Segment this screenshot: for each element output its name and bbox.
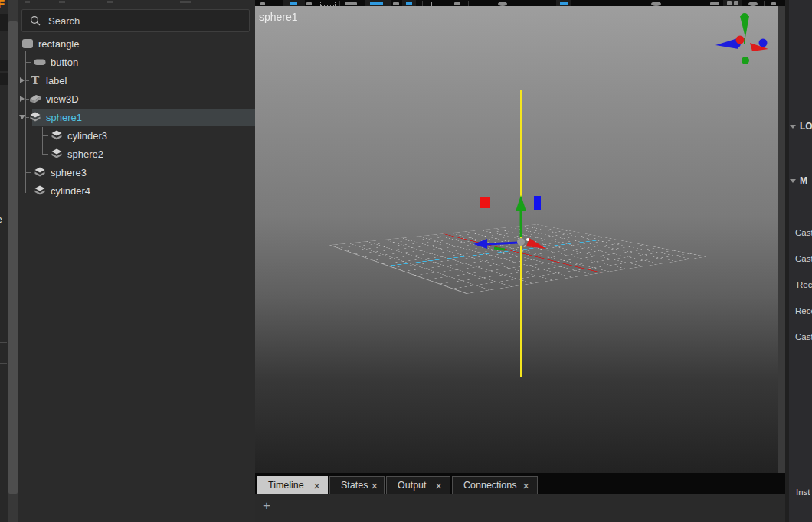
chevron-right-icon[interactable] xyxy=(20,77,25,83)
section-label: M xyxy=(800,175,807,186)
tree-item-label: button xyxy=(51,57,78,68)
toolbar-icon-fragment[interactable] xyxy=(406,2,412,5)
tree-item-label: cylinder3 xyxy=(67,130,107,142)
tree-item-label: sphere2 xyxy=(67,148,103,160)
tree-item-button[interactable]: button xyxy=(18,54,255,70)
text-icon: T xyxy=(29,74,41,86)
dock-item-fragment[interactable] xyxy=(0,73,8,85)
toolbar-icon-fragment[interactable] xyxy=(734,1,738,5)
property-label: Cast xyxy=(795,254,812,263)
plane-handle-green[interactable] xyxy=(494,248,505,250)
dock-item-fragment[interactable] xyxy=(0,60,8,71)
tree-item-sphere2[interactable]: sphere2 xyxy=(18,145,255,162)
toolbar-icon-fragment[interactable] xyxy=(260,2,265,5)
timeline-panel: + xyxy=(255,494,785,522)
tree-item-label-node[interactable]: T label xyxy=(18,72,255,89)
close-icon[interactable]: × xyxy=(368,480,381,491)
dock-scrollbar[interactable] xyxy=(8,0,18,522)
button-icon xyxy=(34,56,46,68)
z-plane-handle[interactable] xyxy=(534,196,541,210)
model-icon xyxy=(51,148,63,160)
toolbar-icon-fragment[interactable] xyxy=(306,2,312,5)
dock-label-fragment: e xyxy=(0,214,2,225)
origin-handle[interactable] xyxy=(517,238,525,246)
close-icon[interactable]: × xyxy=(432,480,445,491)
axis-y-positive[interactable] xyxy=(740,16,749,38)
tab-label: Timeline xyxy=(268,480,304,491)
model-icon xyxy=(34,166,46,178)
tree-item-rectangle[interactable]: rectangle xyxy=(18,35,255,52)
x-plane-handle[interactable] xyxy=(480,197,490,208)
center-column: sphere1 Timeline × States × Output × Con… xyxy=(255,0,785,522)
tab-output[interactable]: Output × xyxy=(386,476,450,494)
property-label: Rece xyxy=(795,306,812,315)
tab-label: Output xyxy=(398,480,427,491)
tree-item-sphere1[interactable]: sphere1 xyxy=(18,109,255,126)
logo-fragment: F xyxy=(0,0,5,10)
toolbar-icon-fragment[interactable] xyxy=(710,2,719,5)
property-label: Cast xyxy=(795,332,812,341)
close-icon[interactable]: × xyxy=(310,480,323,491)
toolbar-icon-fragment[interactable] xyxy=(393,2,399,5)
view3d-icon xyxy=(29,93,41,105)
z-axis-arrowhead[interactable] xyxy=(473,239,487,249)
chevron-down-icon[interactable] xyxy=(19,115,25,119)
y-axis-arrowhead[interactable] xyxy=(516,195,526,211)
close-icon[interactable]: × xyxy=(519,480,532,491)
chevron-right-icon[interactable] xyxy=(20,96,25,102)
toolbar-icon-fragment[interactable] xyxy=(290,2,297,5)
model-icon xyxy=(51,129,63,142)
axis-z-negative[interactable] xyxy=(759,39,768,47)
properties-panel: LO M Cast Cast Rec Rece Cast Inst xyxy=(785,0,812,522)
add-timeline-button[interactable]: + xyxy=(263,498,270,514)
tree-item-cylinder3[interactable]: cylinder3 xyxy=(18,127,255,144)
chevron-down-icon[interactable] xyxy=(790,179,796,183)
svg-text:T: T xyxy=(31,74,40,86)
tab-connections[interactable]: Connections × xyxy=(452,476,538,494)
toolbar-icon-fragment[interactable] xyxy=(454,2,460,5)
origin-dot xyxy=(526,238,529,241)
tab-states[interactable]: States × xyxy=(329,476,385,494)
navigator-tree: rectangle button T label xyxy=(18,0,255,522)
tree-item-cylinder4[interactable]: cylinder4 xyxy=(18,182,255,199)
axis-x-negative[interactable] xyxy=(736,36,745,44)
viewport-selected-object-label: sphere1 xyxy=(259,11,298,23)
scrollbar-thumb[interactable] xyxy=(8,21,18,494)
bottom-tab-bar: Timeline × States × Output × Connections… xyxy=(255,473,785,494)
section-header[interactable]: M xyxy=(790,175,807,186)
toolbar-icon-fragment[interactable] xyxy=(560,2,568,5)
tree-item-label: sphere3 xyxy=(51,167,87,178)
tree-item-label: view3D xyxy=(46,93,79,105)
tree-item-label: cylinder4 xyxy=(51,185,90,197)
toolbar-icon-fragment[interactable] xyxy=(345,2,357,5)
toolbar-icon-fragment[interactable] xyxy=(771,2,776,5)
tree-item-label: sphere1 xyxy=(46,112,82,123)
dock-item-fragment[interactable] xyxy=(0,14,8,31)
axis-z-positive[interactable] xyxy=(715,38,738,49)
section-header[interactable]: LO xyxy=(790,121,812,132)
model-icon xyxy=(29,111,41,123)
view-orientation-gizmo[interactable] xyxy=(715,13,768,64)
tree-item-sphere3[interactable]: sphere3 xyxy=(18,164,255,181)
toolbar-icon-fragment[interactable] xyxy=(370,2,383,5)
property-label: Rec xyxy=(797,280,812,289)
navigator-panel: rectangle button T label xyxy=(18,0,256,522)
properties-scrollbar[interactable] xyxy=(785,0,789,522)
rectangle-icon xyxy=(21,38,34,50)
tree-item-label: label xyxy=(46,75,67,86)
model-icon xyxy=(34,184,46,197)
tab-timeline[interactable]: Timeline × xyxy=(257,476,328,494)
toolbar-icon-fragment[interactable] xyxy=(727,1,732,5)
property-label: Cast xyxy=(795,228,812,237)
property-label: Inst xyxy=(796,488,810,497)
axis-y-negative[interactable] xyxy=(742,57,749,64)
z-axis-arrow[interactable] xyxy=(487,243,519,244)
chevron-down-icon[interactable] xyxy=(790,125,796,129)
left-dock-strip: F e t xyxy=(0,0,8,522)
tab-label: Connections xyxy=(463,480,517,491)
tab-label: States xyxy=(341,480,368,491)
move-gizmo[interactable] xyxy=(473,195,546,250)
viewport-3d[interactable]: sphere1 xyxy=(255,6,778,473)
tree-item-view3d[interactable]: view3D xyxy=(18,90,255,107)
viewport-toolbar xyxy=(255,0,785,6)
